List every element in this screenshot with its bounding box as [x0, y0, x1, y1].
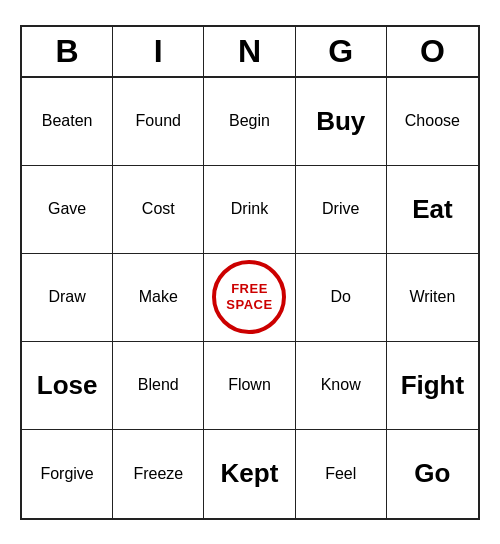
cell-text-6: Cost	[142, 200, 175, 218]
cell-text-5: Gave	[48, 200, 86, 218]
header-letter-i: I	[113, 27, 204, 76]
bingo-header: BINGO	[22, 27, 478, 78]
cell-text-15: Lose	[37, 370, 98, 401]
bingo-cell-20: Forgive	[22, 430, 113, 518]
cell-text-20: Forgive	[40, 465, 93, 483]
bingo-cell-6: Cost	[113, 166, 204, 254]
cell-text-13: Do	[330, 288, 350, 306]
cell-text-23: Feel	[325, 465, 356, 483]
cell-text-3: Buy	[316, 106, 365, 137]
bingo-cell-0: Beaten	[22, 78, 113, 166]
bingo-cell-9: Eat	[387, 166, 478, 254]
cell-text-14: Writen	[409, 288, 455, 306]
header-letter-g: G	[296, 27, 387, 76]
cell-text-2: Begin	[229, 112, 270, 130]
header-letter-o: O	[387, 27, 478, 76]
cell-text-16: Blend	[138, 376, 179, 394]
bingo-cell-16: Blend	[113, 342, 204, 430]
free-space-label: FREE SPACE	[215, 281, 283, 312]
cell-text-1: Found	[136, 112, 181, 130]
bingo-cell-14: Writen	[387, 254, 478, 342]
bingo-cell-15: Lose	[22, 342, 113, 430]
bingo-cell-7: Drink	[204, 166, 295, 254]
bingo-cell-17: Flown	[204, 342, 295, 430]
header-letter-n: N	[204, 27, 295, 76]
cell-text-8: Drive	[322, 200, 359, 218]
bingo-cell-3: Buy	[296, 78, 387, 166]
cell-text-21: Freeze	[133, 465, 183, 483]
cell-text-17: Flown	[228, 376, 271, 394]
cell-text-18: Know	[321, 376, 361, 394]
cell-text-4: Choose	[405, 112, 460, 130]
cell-text-7: Drink	[231, 200, 268, 218]
bingo-cell-18: Know	[296, 342, 387, 430]
cell-text-19: Fight	[401, 370, 465, 401]
bingo-cell-12: FREE SPACE	[204, 254, 295, 342]
cell-text-10: Draw	[48, 288, 85, 306]
cell-text-11: Make	[139, 288, 178, 306]
bingo-cell-10: Draw	[22, 254, 113, 342]
bingo-cell-13: Do	[296, 254, 387, 342]
bingo-cell-2: Begin	[204, 78, 295, 166]
bingo-cell-23: Feel	[296, 430, 387, 518]
cell-text-9: Eat	[412, 194, 452, 225]
cell-text-24: Go	[414, 458, 450, 489]
bingo-cell-24: Go	[387, 430, 478, 518]
cell-text-0: Beaten	[42, 112, 93, 130]
bingo-cell-4: Choose	[387, 78, 478, 166]
bingo-card: BINGO BeatenFoundBeginBuyChooseGaveCostD…	[20, 25, 480, 520]
bingo-cell-5: Gave	[22, 166, 113, 254]
cell-text-22: Kept	[221, 458, 279, 489]
bingo-grid: BeatenFoundBeginBuyChooseGaveCostDrinkDr…	[22, 78, 478, 518]
bingo-cell-22: Kept	[204, 430, 295, 518]
bingo-cell-19: Fight	[387, 342, 478, 430]
bingo-cell-11: Make	[113, 254, 204, 342]
header-letter-b: B	[22, 27, 113, 76]
bingo-cell-8: Drive	[296, 166, 387, 254]
bingo-cell-21: Freeze	[113, 430, 204, 518]
bingo-cell-1: Found	[113, 78, 204, 166]
